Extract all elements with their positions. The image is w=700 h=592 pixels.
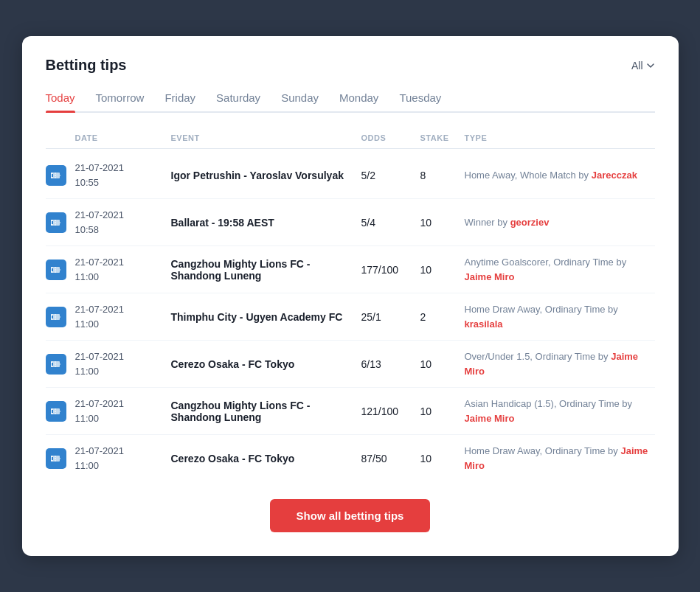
ticket-icon-cell <box>46 354 75 375</box>
stake-cell: 10 <box>420 453 465 464</box>
author-link[interactable]: Jaime Miro <box>465 413 515 424</box>
col-odds: ODDS <box>361 133 420 142</box>
author-link[interactable]: georziev <box>510 217 550 228</box>
col-stake: STAKE <box>420 133 465 142</box>
ticket-icon-cell <box>46 212 75 233</box>
odds-cell: 25/1 <box>361 311 420 323</box>
ticket-icon-cell <box>46 165 75 186</box>
type-cell: Home Away, Whole Match by Jarecczak <box>465 168 655 183</box>
ticket-icon <box>46 354 66 375</box>
tab-tuesday[interactable]: Tuesday <box>399 91 441 111</box>
author-link[interactable]: Jaime Miro <box>465 271 515 282</box>
date-cell: 21-07-202110:55 <box>75 161 171 189</box>
stake-cell: 8 <box>420 170 465 181</box>
filter-label: All <box>631 60 643 72</box>
event-cell: Ballarat - 19:58 AEST <box>171 217 361 229</box>
event-cell: Cerezo Osaka - FC Tokyo <box>171 358 361 370</box>
table-row: 21-07-202111:00 Thimphu City - Ugyen Aca… <box>46 293 655 341</box>
author-link[interactable]: krasilala <box>465 318 503 330</box>
type-cell: Winner by georziev <box>465 215 655 230</box>
table-row: 21-07-202111:00 Cerezo Osaka - FC Tokyo … <box>46 435 655 481</box>
ticket-icon <box>46 307 66 327</box>
col-date: DATE <box>75 133 171 142</box>
stake-cell: 2 <box>420 311 465 323</box>
stake-cell: 10 <box>420 217 465 229</box>
date-cell: 21-07-202111:00 <box>75 255 171 284</box>
ticket-icon-cell <box>46 448 75 469</box>
author-link[interactable]: Jaime Miro <box>465 351 639 377</box>
ticket-icon <box>46 448 66 469</box>
table-row: 21-07-202111:00 Cerezo Osaka - FC Tokyo … <box>46 341 655 388</box>
card-title: Betting tips <box>46 57 127 74</box>
filter-dropdown[interactable]: All <box>631 60 655 72</box>
col-event: EVENT <box>171 133 361 142</box>
type-cell: Home Draw Away, Ordinary Time by Jaime M… <box>465 444 655 473</box>
tab-sunday[interactable]: Sunday <box>281 91 319 111</box>
date-cell: 21-07-202111:00 <box>75 444 171 473</box>
betting-tips-card: Betting tips All TodayTomorrowFridaySatu… <box>22 36 679 556</box>
tab-bar: TodayTomorrowFridaySaturdaySundayMondayT… <box>46 91 655 113</box>
tab-monday[interactable]: Monday <box>339 91 378 111</box>
ticket-icon-cell <box>46 401 75 422</box>
date-cell: 21-07-202111:00 <box>75 397 171 425</box>
ticket-icon <box>46 260 66 280</box>
stake-cell: 10 <box>420 405 465 417</box>
type-cell: Home Draw Away, Ordinary Time by krasila… <box>465 302 655 331</box>
table-row: 21-07-202110:55 Igor Petrushin - Yarosla… <box>46 152 655 199</box>
author-link[interactable]: Jaime Miro <box>465 445 648 471</box>
odds-cell: 87/50 <box>361 453 420 464</box>
odds-cell: 121/100 <box>361 405 420 417</box>
date-cell: 21-07-202110:58 <box>75 208 171 237</box>
ticket-icon <box>46 165 66 186</box>
date-cell: 21-07-202111:00 <box>75 349 171 378</box>
odds-cell: 177/100 <box>361 264 420 276</box>
event-cell: Igor Petrushin - Yaroslav Vorsulyak <box>171 170 361 181</box>
stake-cell: 10 <box>420 264 465 276</box>
type-cell: Asian Handicap (1.5), Ordinary Time by J… <box>465 397 655 425</box>
event-cell: Cangzhou Mighty Lions FC - Shandong Lune… <box>171 258 361 282</box>
table-body: 21-07-202110:55 Igor Petrushin - Yarosla… <box>46 152 655 481</box>
event-cell: Cangzhou Mighty Lions FC - Shandong Lune… <box>171 400 361 423</box>
event-cell: Thimphu City - Ugyen Academy FC <box>171 311 361 323</box>
tab-friday[interactable]: Friday <box>164 91 195 111</box>
card-header: Betting tips All <box>46 57 655 74</box>
table-row: 21-07-202111:00 Cangzhou Mighty Lions FC… <box>46 388 655 435</box>
odds-cell: 5/4 <box>361 217 420 229</box>
ticket-icon <box>46 401 66 422</box>
stake-cell: 10 <box>420 358 465 370</box>
chevron-down-icon <box>646 61 655 70</box>
ticket-icon <box>46 212 66 233</box>
col-type: TYPE <box>465 133 655 142</box>
show-all-button[interactable]: Show all betting tips <box>270 499 431 532</box>
table-header: DATE EVENT ODDS STAKE TYPE <box>46 128 655 149</box>
date-cell: 21-07-202111:00 <box>75 302 171 331</box>
odds-cell: 5/2 <box>361 170 420 181</box>
ticket-icon-cell <box>46 307 75 327</box>
ticket-icon-cell <box>46 260 75 280</box>
type-cell: Over/Under 1.5, Ordinary Time by Jaime M… <box>465 349 655 378</box>
table-row: 21-07-202110:58 Ballarat - 19:58 AEST 5/… <box>46 199 655 246</box>
tab-saturday[interactable]: Saturday <box>216 91 260 111</box>
tab-today[interactable]: Today <box>46 91 75 111</box>
table-row: 21-07-202111:00 Cangzhou Mighty Lions FC… <box>46 246 655 293</box>
type-cell: Anytime Goalscorer, Ordinary Time by Jai… <box>465 255 655 284</box>
author-link[interactable]: Jarecczak <box>592 170 637 181</box>
odds-cell: 6/13 <box>361 358 420 370</box>
tab-tomorrow[interactable]: Tomorrow <box>96 91 145 111</box>
event-cell: Cerezo Osaka - FC Tokyo <box>171 453 361 464</box>
